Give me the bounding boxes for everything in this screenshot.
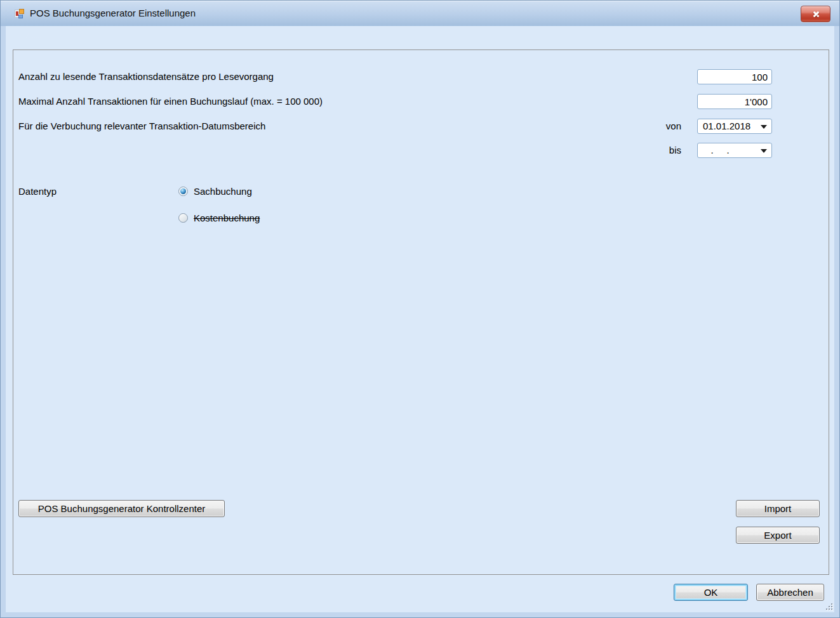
tab-strip: General TCPos Webservice pre-Code Transf… xyxy=(20,32,33,50)
dialog-window: POS Buchungsgenerator Einstellungen Gene… xyxy=(0,0,840,618)
label-datentyp: Datentyp xyxy=(18,184,57,199)
export-button[interactable]: Export xyxy=(736,527,820,544)
max-transactions-input[interactable] xyxy=(697,94,772,109)
chevron-down-icon xyxy=(761,125,767,129)
ok-button[interactable]: OK xyxy=(674,584,748,601)
radio-button-icon[interactable] xyxy=(178,187,188,196)
label-date-range: Für die Verbuchung relevanter Transaktio… xyxy=(18,119,265,134)
date-to-value: . . xyxy=(703,143,730,157)
window-title: POS Buchungsgenerator Einstellungen xyxy=(30,1,196,26)
cancel-button[interactable]: Abbrechen xyxy=(756,584,824,601)
resize-grip[interactable] xyxy=(825,602,834,611)
date-to-dropdown-button[interactable] xyxy=(757,145,770,156)
radio-kostenbuchung[interactable]: Kostenbuchung xyxy=(178,211,260,225)
date-from-dropdown-button[interactable] xyxy=(757,121,770,132)
import-button[interactable]: Import xyxy=(736,500,820,517)
label-max-transactions: Maximal Anzahl Transaktionen für einen B… xyxy=(18,94,323,109)
label-bis: bis xyxy=(655,143,681,158)
close-button[interactable] xyxy=(801,6,830,22)
kontrollzenter-button[interactable]: POS Buchungsgenerator Kontrollzenter xyxy=(18,500,225,517)
app-icon xyxy=(15,8,25,18)
date-from-picker[interactable]: 01.01.2018 xyxy=(697,119,772,134)
label-records-per-read: Anzahl zu lesende Transaktionsdatensätze… xyxy=(18,69,274,84)
records-per-read-input[interactable] xyxy=(697,69,772,84)
chevron-down-icon xyxy=(761,149,767,153)
radio-kostenbuchung-label: Kostenbuchung xyxy=(194,213,260,223)
radio-button-icon[interactable] xyxy=(178,213,188,223)
date-from-value: 01.01.2018 xyxy=(703,119,750,133)
close-icon xyxy=(811,10,820,18)
date-to-picker[interactable]: . . xyxy=(697,143,772,158)
radio-sachbuchung-label: Sachbuchung xyxy=(194,186,252,197)
radio-sachbuchung[interactable]: Sachbuchung xyxy=(178,184,252,198)
title-bar: POS Buchungsgenerator Einstellungen xyxy=(1,1,839,26)
label-von: von xyxy=(655,119,681,134)
